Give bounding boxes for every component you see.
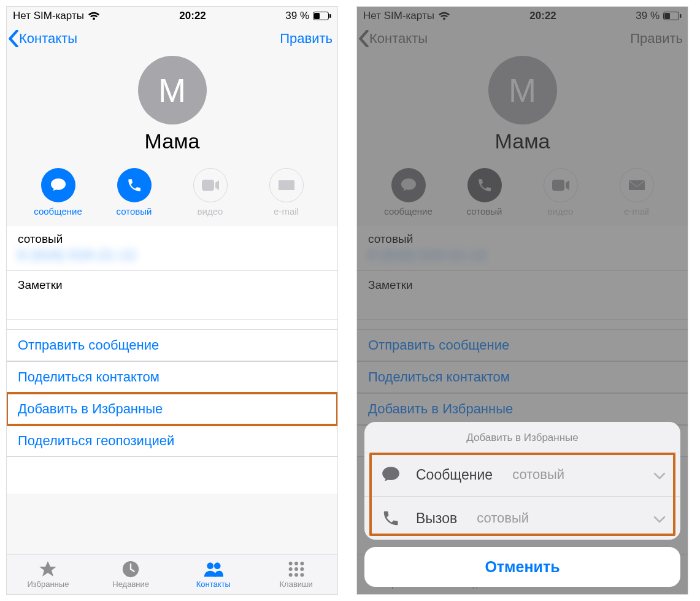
phone-icon: [117, 168, 152, 202]
svg-point-8: [288, 562, 292, 565]
svg-point-15: [294, 573, 298, 576]
sheet-row-call[interactable]: Вызов сотовый: [364, 496, 680, 540]
avatar: М: [138, 56, 207, 124]
svg-point-12: [294, 567, 298, 571]
sheet-call-label: Вызов: [416, 510, 457, 527]
phone-number: 8 (916) 016-21-12: [18, 247, 326, 263]
call-label: сотовый: [107, 206, 162, 216]
send-message-cell[interactable]: Отправить сообщение: [7, 329, 337, 361]
svg-point-13: [300, 567, 304, 571]
tab-keypad[interactable]: Клавиши: [255, 554, 337, 594]
battery-icon: [313, 12, 331, 20]
add-favorite-cell[interactable]: Добавить в Избранные: [7, 393, 337, 425]
clock-text: 20:22: [179, 10, 206, 22]
svg-rect-2: [329, 14, 331, 18]
svg-point-7: [214, 562, 221, 569]
sheet-call-sub: сотовый: [477, 510, 529, 526]
contact-header: М Мама: [7, 52, 337, 159]
avatar-initial: М: [158, 71, 186, 109]
battery-text: 39 %: [285, 10, 309, 22]
chevron-left-icon: [8, 30, 19, 47]
share-contact-cell[interactable]: Поделиться контактом: [7, 361, 337, 393]
edit-button[interactable]: Править: [280, 31, 333, 47]
star-icon: [38, 560, 58, 578]
status-bar: Нет SIM-карты 20:22 39 %: [7, 7, 337, 25]
message-label: сообщение: [31, 206, 86, 216]
tab-favorites[interactable]: Избранные: [7, 554, 90, 594]
svg-rect-1: [314, 13, 320, 19]
tab-contacts[interactable]: Контакты: [172, 554, 255, 594]
svg-point-9: [294, 562, 298, 565]
svg-rect-3: [202, 180, 214, 191]
svg-point-14: [288, 573, 292, 576]
email-label: e-mail: [259, 206, 314, 216]
tab-contacts-label: Контакты: [196, 580, 231, 589]
phone-cell[interactable]: сотовый 8 (916) 016-21-12: [7, 226, 337, 271]
sheet-message-label: Сообщение: [416, 467, 493, 483]
contacts-icon: [204, 560, 223, 578]
clock-icon: [121, 560, 140, 578]
sheet-title: Добавить в Избранные: [364, 422, 680, 453]
phone-screen-right: Нет SIM-карты 20:22 39 % Контакты Правит…: [356, 6, 688, 595]
phone-icon: [379, 509, 402, 527]
notes-label: Заметки: [18, 278, 326, 292]
tab-recents-label: Недавние: [112, 580, 149, 589]
message-icon: [379, 465, 402, 484]
notes-cell[interactable]: Заметки: [7, 271, 337, 320]
back-button[interactable]: Контакты: [8, 30, 77, 47]
tab-favorites-label: Избранные: [27, 580, 69, 589]
sheet-row-message[interactable]: Сообщение сотовый: [364, 453, 680, 496]
wifi-icon: [88, 12, 100, 21]
chevron-down-icon: [653, 467, 666, 483]
back-label: Контакты: [19, 31, 77, 47]
video-label: видео: [183, 206, 238, 216]
action-row: сообщение сотовый видео e-mail: [7, 159, 337, 226]
svg-point-10: [300, 562, 304, 565]
tab-keypad-label: Клавиши: [280, 580, 313, 589]
call-button[interactable]: сотовый: [107, 168, 162, 216]
video-icon: [193, 168, 228, 202]
tab-bar: Избранные Недавние Контакты Клавиши: [7, 554, 337, 594]
email-icon: [269, 168, 304, 202]
keypad-icon: [287, 560, 306, 578]
sheet-group: Добавить в Избранные Сообщение сотовый В…: [364, 422, 680, 540]
action-sheet: Добавить в Избранные Сообщение сотовый В…: [364, 422, 680, 587]
nav-bar: Контакты Править: [7, 25, 337, 52]
svg-point-11: [288, 567, 292, 571]
carrier-text: Нет SIM-карты: [13, 10, 84, 22]
message-icon: [41, 168, 75, 202]
details-list: сотовый 8 (916) 016-21-12 Заметки: [7, 226, 337, 320]
email-button[interactable]: e-mail: [259, 168, 314, 216]
video-button[interactable]: видео: [183, 168, 238, 216]
phone-screen-left: Нет SIM-карты 20:22 39 % Контакты Правит…: [6, 6, 338, 595]
phone-type-label: сотовый: [18, 232, 326, 246]
chevron-down-icon: [653, 510, 666, 527]
svg-point-6: [207, 562, 213, 569]
sheet-message-sub: сотовый: [512, 467, 564, 483]
message-button[interactable]: сообщение: [31, 168, 86, 216]
tab-recents[interactable]: Недавние: [90, 554, 172, 594]
share-location-cell[interactable]: Поделиться геопозицией: [7, 425, 337, 457]
sheet-cancel-button[interactable]: Отменить: [364, 547, 680, 587]
svg-point-16: [300, 573, 304, 576]
contact-name: Мама: [7, 129, 337, 153]
